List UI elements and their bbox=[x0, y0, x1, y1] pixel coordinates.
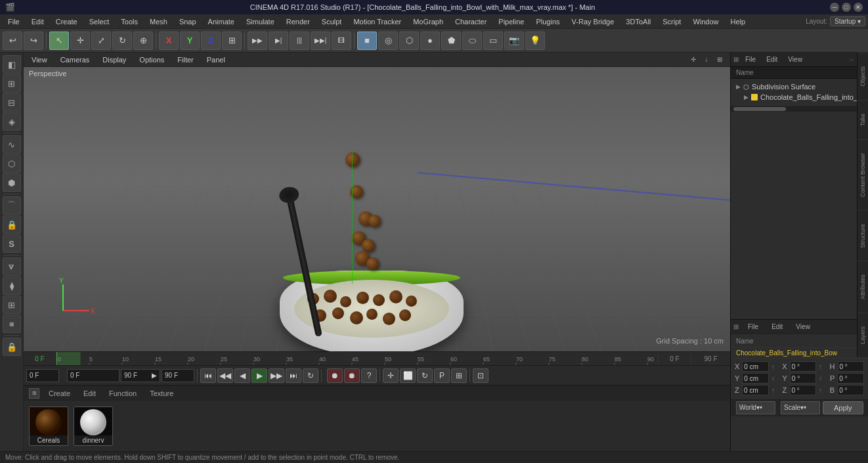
menu-animate[interactable]: Animate bbox=[203, 16, 240, 27]
side-tab-structure[interactable]: Structure bbox=[857, 210, 868, 261]
menu-simulate[interactable]: Simulate bbox=[241, 16, 280, 27]
side-tab-layers[interactable]: Layers bbox=[857, 313, 868, 357]
tool-tile[interactable]: ⊞ bbox=[3, 296, 21, 314]
y-rot-input[interactable]: 0 ° bbox=[790, 373, 817, 384]
frame-range-input[interactable]: 0 F bbox=[67, 369, 119, 382]
scale-tool-button[interactable]: ⤢ bbox=[91, 32, 111, 50]
h-input[interactable]: 0 ° bbox=[838, 361, 864, 372]
menu-tools[interactable]: Tools bbox=[116, 16, 143, 27]
menu-snap[interactable]: Snap bbox=[174, 16, 202, 27]
goto-end-button[interactable]: ⏭ bbox=[286, 368, 301, 383]
transform-tool-button[interactable]: ⊕ bbox=[133, 32, 153, 50]
view-perspective-button[interactable]: ■ bbox=[357, 32, 377, 50]
menu-vray[interactable]: V-Ray Bridge bbox=[567, 16, 620, 27]
move-tool-button[interactable]: ✛ bbox=[70, 32, 90, 50]
menu-character[interactable]: Character bbox=[450, 16, 492, 27]
step-forward-button[interactable]: ▶▶ bbox=[269, 368, 284, 383]
tool-lock[interactable]: 🔒 bbox=[3, 338, 21, 356]
view-camera-button[interactable]: 📷 bbox=[504, 32, 524, 50]
view-torus-button[interactable]: ⬭ bbox=[462, 32, 482, 50]
record-button[interactable]: ⏺ bbox=[327, 368, 343, 383]
menu-mesh[interactable]: Mesh bbox=[144, 16, 173, 27]
play-button[interactable]: ▶ bbox=[251, 368, 267, 383]
motion-button[interactable]: ✛ bbox=[383, 368, 399, 383]
current-frame-input[interactable]: 0 F bbox=[26, 369, 59, 382]
scene-menu-view[interactable]: View bbox=[784, 55, 806, 64]
world-space-button[interactable]: ⊞ bbox=[222, 32, 242, 50]
render-region-button[interactable]: ▶▶ bbox=[248, 32, 267, 50]
loop-button[interactable]: ↻ bbox=[303, 368, 318, 383]
tool-paint[interactable]: ⛛ bbox=[3, 257, 21, 276]
tool-s[interactable]: S bbox=[3, 234, 21, 253]
side-tab-content-browser[interactable]: Content Browser bbox=[857, 139, 868, 210]
vp-icon-expand[interactable]: ⊞ bbox=[714, 55, 725, 65]
menu-render[interactable]: Render bbox=[281, 16, 315, 27]
motion-path-button[interactable]: ⬜ bbox=[400, 368, 416, 383]
scene-item-subdivision[interactable]: ▶ ⬡ Subdivision Surface bbox=[733, 81, 865, 92]
tool-spline[interactable]: ∿ bbox=[3, 135, 21, 154]
menu-pipeline[interactable]: Pipeline bbox=[493, 16, 529, 27]
tool-magnet[interactable]: 🔒 bbox=[3, 215, 21, 234]
y-pos-input[interactable]: 0 cm bbox=[742, 373, 769, 384]
attr-menu-edit[interactable]: Edit bbox=[768, 322, 787, 332]
x-rot-input[interactable]: 0 ° bbox=[790, 361, 816, 372]
vp-icon-move[interactable]: ✛ bbox=[688, 55, 699, 65]
b-input[interactable]: 0 ° bbox=[837, 385, 864, 395]
scene-expand-icon[interactable]: ↔ bbox=[849, 56, 855, 63]
pointer-tool-button[interactable]: ↖ bbox=[49, 32, 69, 50]
minimize-button[interactable]: ─ bbox=[830, 3, 839, 12]
menu-window[interactable]: Window bbox=[687, 16, 724, 27]
viewport-canvas[interactable]: Perspective bbox=[24, 67, 730, 351]
tool-checker[interactable]: ⊞ bbox=[3, 74, 21, 93]
material-menu-texture[interactable]: Texture bbox=[146, 388, 177, 399]
render-view-button[interactable]: ▶| bbox=[269, 32, 288, 50]
motion-curve-button[interactable]: ↻ bbox=[417, 368, 433, 383]
side-tab-attributes[interactable]: Attributes bbox=[857, 261, 868, 313]
vp-menu-options[interactable]: Options bbox=[137, 55, 167, 65]
maximize-button[interactable]: □ bbox=[842, 3, 851, 12]
tool-grid2[interactable]: ▦ bbox=[3, 315, 21, 333]
material-menu-create[interactable]: Create bbox=[45, 388, 74, 399]
z-rot-input[interactable]: 0 ° bbox=[790, 385, 817, 395]
vp-menu-panel[interactable]: Panel bbox=[204, 55, 228, 65]
play-reverse-button[interactable]: ◀ bbox=[234, 368, 250, 383]
render-animation-button[interactable]: 🎞 bbox=[332, 32, 351, 50]
vp-menu-filter[interactable]: Filter bbox=[175, 55, 196, 65]
x-pos-input[interactable]: 0 cm bbox=[742, 361, 768, 372]
goto-start-button[interactable]: ⏮ bbox=[200, 368, 216, 383]
view-light-button[interactable]: 💡 bbox=[525, 32, 545, 50]
vp-icon-down[interactable]: ↓ bbox=[701, 55, 712, 65]
material-cereals[interactable]: Cereals bbox=[29, 407, 68, 446]
timeline-layout-button[interactable]: ⊡ bbox=[473, 368, 488, 383]
axis-z-button[interactable]: Z bbox=[201, 32, 221, 50]
view-cylinder-button[interactable]: ⬟ bbox=[441, 32, 461, 50]
view-cube-button[interactable]: ⬡ bbox=[399, 32, 419, 50]
view-texture-button[interactable]: ◎ bbox=[378, 32, 398, 50]
scene-item-chocolate[interactable]: ▶ Chocolate_Balls_Falling_into_Bow bbox=[733, 92, 865, 102]
material-menu-function[interactable]: Function bbox=[105, 388, 141, 399]
render-settings-button[interactable]: ||| bbox=[290, 32, 309, 50]
menu-sculpt[interactable]: Sculpt bbox=[316, 16, 347, 27]
attr-menu-view[interactable]: View bbox=[792, 322, 814, 332]
menu-motion-tracker[interactable]: Motion Tracker bbox=[348, 16, 406, 27]
undo-button[interactable]: ↩ bbox=[3, 32, 22, 50]
menu-mograph[interactable]: MoGraph bbox=[408, 16, 448, 27]
tool-object[interactable]: ◈ bbox=[3, 112, 21, 131]
layout-selector[interactable]: Startup ▾ bbox=[830, 16, 865, 26]
step-back-button[interactable]: ◀◀ bbox=[217, 368, 233, 383]
menu-select[interactable]: Select bbox=[84, 16, 115, 27]
frame-end-input[interactable]: 90 F ▶ bbox=[121, 369, 160, 382]
menu-file[interactable]: File bbox=[3, 16, 25, 27]
axis-y-button[interactable]: Y bbox=[180, 32, 200, 50]
menu-help[interactable]: Help bbox=[726, 16, 751, 27]
world-select[interactable]: World ▾ bbox=[736, 401, 775, 414]
menu-script[interactable]: Script bbox=[657, 16, 686, 27]
menu-edit[interactable]: Edit bbox=[26, 16, 49, 27]
motion-p-button[interactable]: P bbox=[434, 368, 450, 383]
rotate-tool-button[interactable]: ↻ bbox=[112, 32, 132, 50]
record-all-button[interactable]: ⏺ bbox=[344, 368, 360, 383]
total-frame-input[interactable]: 90 F bbox=[162, 369, 194, 382]
redo-button[interactable]: ↪ bbox=[24, 32, 43, 50]
tool-polygon[interactable]: ⬡ bbox=[3, 154, 21, 173]
view-floor-button[interactable]: ▭ bbox=[483, 32, 503, 50]
